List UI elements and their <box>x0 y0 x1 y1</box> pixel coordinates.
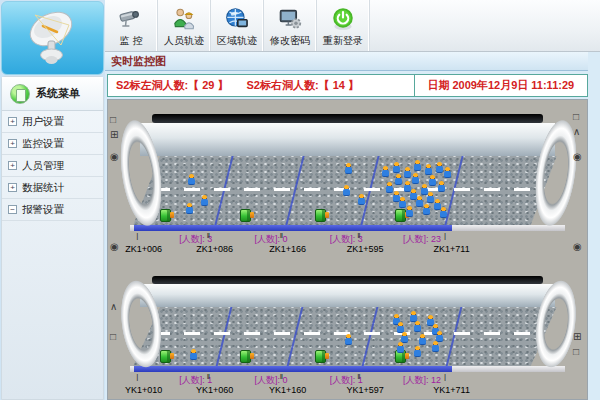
station-chainage-label: YK1+711 <box>433 385 470 395</box>
toolbar: 监 控 人员轨迹 <box>105 0 600 52</box>
sidebar-menu-header: 系统菜单 <box>2 77 103 111</box>
toolbar-button-label: 重新登录 <box>323 34 363 48</box>
emergency-station-marker <box>315 350 326 363</box>
station-tick-mark: | <box>444 372 446 381</box>
worker-marker <box>188 174 195 185</box>
app-logo <box>1 1 104 75</box>
sidebar-item-alarm-settings[interactable]: − 报警设置 <box>2 199 103 221</box>
station-chainage-label: ZK1+711 <box>434 244 470 254</box>
worker-marker <box>414 321 421 332</box>
square-icon[interactable]: □ <box>573 112 579 122</box>
toolbar-button-personnel-track[interactable]: 人员轨迹 <box>158 0 211 51</box>
toolbar-button-change-password[interactable]: 修改密码 <box>264 0 317 51</box>
tunnel-left-ZK: [人数]: 3[人数]: 0[人数]: 3[人数]: 23|ZK1+006‖ZK… <box>126 114 569 266</box>
toolbar-button-area-track[interactable]: 区域轨迹 <box>211 0 264 51</box>
emergency-station-marker <box>240 350 251 363</box>
worker-marker <box>432 341 439 352</box>
date-text: 日期 2009年12月9日 11:11:29 <box>427 78 574 93</box>
worker-marker <box>414 160 421 171</box>
sidebar-item-label: 用户设置 <box>22 115 64 129</box>
station-tick-mark: ‖ <box>357 372 360 381</box>
people-track-icon <box>171 5 197 33</box>
worker-marker <box>343 185 350 196</box>
left-column: 系统菜单 + 用户设置 + 监控设置 + 人员管理 + 数据统计 − 报警设置 <box>0 0 105 400</box>
segment-divider-line <box>286 307 303 366</box>
green-orb-icon <box>10 84 30 104</box>
sidebar-item-monitor-settings[interactable]: + 监控设置 <box>2 133 103 155</box>
toolbar-button-monitor[interactable]: 监 控 <box>105 0 158 51</box>
emergency-station-marker <box>160 350 171 363</box>
square-icon[interactable]: □ <box>573 347 579 357</box>
expand-plus-icon: + <box>8 139 17 148</box>
worker-marker <box>345 334 352 345</box>
station-tick-mark: | <box>444 231 446 240</box>
satellite-dish-icon <box>21 5 85 71</box>
worker-marker <box>358 194 365 205</box>
sidebar-item-data-statistics[interactable]: + 数据统计 <box>2 177 103 199</box>
tab-realtime-monitor[interactable]: 实时监控图 <box>105 52 588 71</box>
tunnel-road <box>132 307 563 366</box>
arrow-icon[interactable]: ∧ <box>110 302 117 312</box>
worker-marker <box>406 206 413 217</box>
square-icon[interactable]: □ <box>110 115 116 125</box>
worker-marker <box>397 342 404 353</box>
station-tick-mark: ‖ <box>280 372 283 381</box>
tunnel-canvas: □⊞◉◉∧□ □∧◉◉⊞□ [人数]: 3[人数]: 0[人数]: 3[人数]:… <box>107 99 588 400</box>
tunnel-roof <box>152 114 543 123</box>
station-tick-mark: | <box>136 231 138 240</box>
worker-marker <box>429 175 436 186</box>
status-datetime: 日期 2009年12月9日 11:11:29 <box>415 75 587 96</box>
station-chainage-label: ZK1+006 <box>125 244 162 254</box>
worker-marker <box>345 163 352 174</box>
grid-icon[interactable]: ⊞ <box>573 332 581 342</box>
tunnel-roof <box>152 276 543 284</box>
status-bar: S2标左洞人数:【 29 】 S2标右洞人数:【 14 】 日期 2009年12… <box>107 74 588 97</box>
station-chainage-label: YK1+060 <box>196 385 233 395</box>
toolbar-button-label: 区域轨迹 <box>217 34 257 48</box>
camera-icon[interactable]: ◉ <box>110 152 119 162</box>
station-chainage-label: ZK1+595 <box>347 244 384 254</box>
station-chainage-label: YK1+597 <box>347 385 384 395</box>
sidebar-item-user-settings[interactable]: + 用户设置 <box>2 111 103 133</box>
main-panel: 实时监控图 S2标左洞人数:【 29 】 S2标右洞人数:【 14 】 日期 2… <box>105 52 600 400</box>
station-tick-mark: ‖ <box>207 231 210 240</box>
emergency-station-marker <box>160 209 171 222</box>
tunnel-labels: [人数]: 3[人数]: 0[人数]: 3[人数]: 23|ZK1+006‖ZK… <box>126 231 569 257</box>
emergency-station-marker <box>240 209 251 222</box>
segment-divider-line <box>215 307 232 366</box>
toolbar-button-relogin[interactable]: 重新登录 <box>317 0 370 51</box>
cctv-camera-icon <box>118 5 144 33</box>
worker-marker <box>436 162 443 173</box>
left-icon-strip: □⊞◉◉∧□ <box>108 100 124 399</box>
right-column: 监 控 人员轨迹 <box>105 0 600 400</box>
tunnel-ceiling <box>140 284 555 307</box>
sidebar-item-label: 人员管理 <box>22 159 64 173</box>
segment-divider-line <box>446 307 463 366</box>
station-tick-mark: ‖ <box>207 372 210 381</box>
segment-divider-line <box>362 307 379 366</box>
sidebar-item-personnel-management[interactable]: + 人员管理 <box>2 155 103 177</box>
arrow-icon[interactable]: ∧ <box>573 127 580 137</box>
expand-plus-icon: + <box>8 117 17 126</box>
worker-marker <box>201 195 208 206</box>
worker-marker <box>425 164 432 175</box>
sidebar-item-label: 报警设置 <box>22 203 64 217</box>
worker-marker <box>440 207 447 218</box>
globe-track-icon <box>224 5 250 33</box>
camera-icon[interactable]: ◉ <box>573 152 582 162</box>
worker-marker <box>393 162 400 173</box>
sidebar: 系统菜单 + 用户设置 + 监控设置 + 人员管理 + 数据统计 − 报警设置 <box>1 76 104 400</box>
worker-marker <box>438 181 445 192</box>
worker-marker <box>401 332 408 343</box>
change-password-icon <box>277 5 303 33</box>
camera-icon[interactable]: ◉ <box>110 242 119 252</box>
camera-icon[interactable]: ◉ <box>573 242 582 252</box>
square-icon[interactable]: □ <box>110 332 116 342</box>
grid-icon[interactable]: ⊞ <box>110 130 118 140</box>
toolbar-button-label: 修改密码 <box>270 34 310 48</box>
right-tunnel-count-text: S2标右洞人数:【 14 】 <box>246 78 358 93</box>
worker-marker <box>444 167 451 178</box>
worker-marker <box>190 349 197 360</box>
station-tick-mark: ‖ <box>357 231 360 240</box>
status-counts: S2标左洞人数:【 29 】 S2标右洞人数:【 14 】 <box>108 75 415 96</box>
